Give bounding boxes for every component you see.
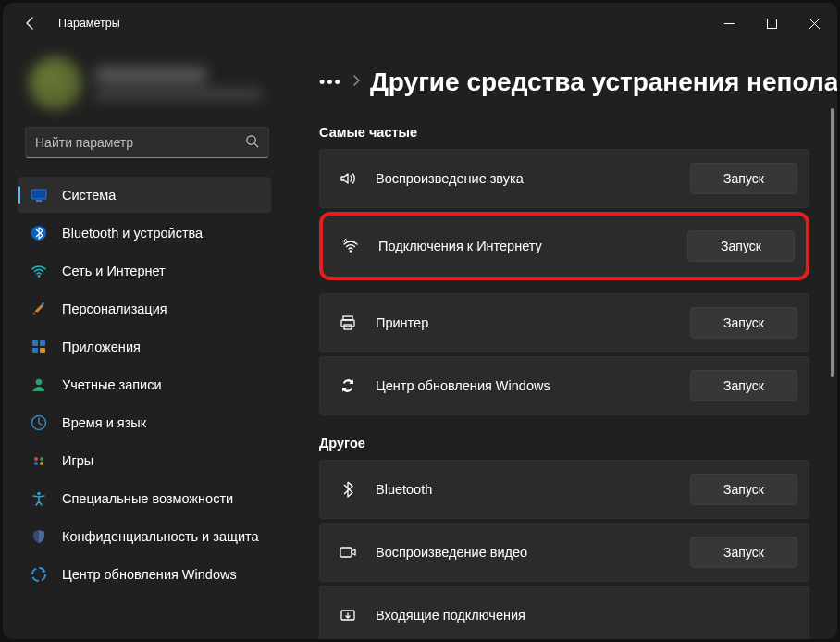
sidebar-item-label: Система <box>62 188 116 203</box>
search-icon <box>245 134 259 152</box>
svg-rect-13 <box>40 348 45 353</box>
troubleshooter-card: Входящие подключения <box>319 586 809 639</box>
svg-rect-1 <box>767 19 776 28</box>
card-label: Центр обновления Windows <box>376 378 673 393</box>
nav-list[interactable]: СистемаBluetooth и устройстваСеть и Инте… <box>8 175 282 639</box>
sidebar-item-label: Специальные возможности <box>62 491 233 506</box>
profile-email <box>95 89 262 100</box>
svg-point-8 <box>38 275 41 278</box>
sidebar-item-bluetooth[interactable]: Bluetooth и устройства <box>18 215 271 251</box>
svg-point-17 <box>40 457 43 461</box>
run-button[interactable]: Запуск <box>690 307 797 339</box>
bluetooth-icon <box>31 225 47 241</box>
sidebar-item-account[interactable]: Учетные записи <box>18 366 271 402</box>
sidebar-item-label: Персонализация <box>62 302 167 316</box>
games-icon <box>31 452 47 469</box>
bt-icon <box>337 480 359 499</box>
minimize-button[interactable] <box>708 9 750 37</box>
system-icon <box>31 187 47 204</box>
titlebar: Параметры <box>3 3 837 43</box>
svg-point-16 <box>34 457 38 461</box>
troubleshooter-card: Центр обновления WindowsЗапуск <box>319 356 809 415</box>
avatar <box>29 56 82 110</box>
svg-rect-26 <box>340 548 352 557</box>
sidebar-item-timelang[interactable]: Время и язык <box>18 404 271 440</box>
sidebar-item-label: Конфиденциальность и защита <box>62 529 259 544</box>
troubleshooter-card: ПринтерЗапуск <box>319 293 809 352</box>
account-icon <box>31 377 47 393</box>
sidebar-item-label: Сеть и Интернет <box>62 264 166 278</box>
run-button[interactable]: Запуск <box>687 230 795 262</box>
section-label: Другое <box>319 436 837 451</box>
svg-point-2 <box>247 135 255 143</box>
svg-rect-4 <box>31 190 46 199</box>
troubleshooter-card: Воспроизведение видеоЗапуск <box>319 523 809 582</box>
sidebar-item-label: Bluetooth и устройства <box>62 226 203 241</box>
run-button[interactable]: Запуск <box>690 537 797 568</box>
card-label: Входящие подключения <box>376 608 797 623</box>
svg-rect-12 <box>32 348 38 353</box>
svg-rect-11 <box>40 340 45 346</box>
svg-rect-6 <box>36 200 42 202</box>
card-label: Bluetooth <box>376 482 673 497</box>
svg-point-19 <box>40 462 43 465</box>
back-button[interactable] <box>16 8 45 38</box>
breadcrumb: ••• Другие средства устранения непола <box>288 43 837 105</box>
sidebar-item-label: Приложения <box>62 340 141 354</box>
troubleshooter-card: Подключения к ИнтернетуЗапуск <box>319 212 809 280</box>
svg-point-20 <box>37 491 41 495</box>
apps-icon <box>31 339 47 355</box>
section-label: Самые частые <box>319 125 837 140</box>
profile-name <box>95 67 206 83</box>
wifi2-icon <box>340 237 362 255</box>
main-panel: ••• Другие средства устранения непола Са… <box>288 43 837 639</box>
page-title: Другие средства устранения непола <box>370 68 837 97</box>
breadcrumb-more-icon[interactable]: ••• <box>319 73 342 93</box>
sidebar-item-label: Учетные записи <box>62 377 162 392</box>
incoming-icon <box>337 606 359 624</box>
sidebar-item-system[interactable]: Система <box>18 177 271 213</box>
run-button[interactable]: Запуск <box>690 474 797 505</box>
sidebar: СистемаBluetooth и устройстваСеть и Инте… <box>3 43 288 639</box>
sidebar-item-privacy[interactable]: Конфиденциальность и защита <box>18 518 271 554</box>
brush-icon <box>31 301 47 317</box>
sidebar-item-wifi[interactable]: Сеть и Интернет <box>18 253 271 289</box>
privacy-icon <box>31 528 47 545</box>
sidebar-item-update[interactable]: Центр обновления Windows <box>18 556 271 592</box>
sidebar-item-brush[interactable]: Персонализация <box>18 290 271 327</box>
svg-point-21 <box>32 568 45 581</box>
scrollbar-thumb[interactable] <box>831 108 834 377</box>
card-label: Принтер <box>376 315 673 330</box>
card-label: Воспроизведение видео <box>376 545 673 560</box>
troubleshooter-card: BluetoothЗапуск <box>319 460 809 519</box>
svg-point-14 <box>36 378 43 385</box>
search-input[interactable] <box>35 135 245 150</box>
svg-point-18 <box>34 462 38 465</box>
scrollbar[interactable] <box>831 108 834 630</box>
run-button[interactable]: Запуск <box>690 163 797 194</box>
svg-line-3 <box>254 143 258 147</box>
speaker-icon <box>337 169 359 188</box>
search-box[interactable] <box>25 127 269 158</box>
sidebar-item-apps[interactable]: Приложения <box>18 328 271 364</box>
update-icon <box>31 566 47 583</box>
timelang-icon <box>31 414 47 431</box>
video-icon <box>337 543 359 562</box>
printer-icon <box>337 314 359 332</box>
card-label: Подключения к Интернету <box>378 239 671 253</box>
sidebar-item-label: Время и язык <box>62 415 146 430</box>
sidebar-item-games[interactable]: Игры <box>18 442 271 478</box>
wifi-icon <box>31 263 47 279</box>
sidebar-item-accessibility[interactable]: Специальные возможности <box>18 480 271 516</box>
profile-block[interactable] <box>8 43 282 127</box>
maximize-button[interactable] <box>750 9 793 37</box>
card-label: Воспроизведение звука <box>376 171 673 186</box>
close-button[interactable] <box>793 9 835 37</box>
window-controls <box>708 9 835 37</box>
sidebar-item-label: Центр обновления Windows <box>62 567 237 582</box>
settings-window: Параметры <box>3 3 837 639</box>
sidebar-item-label: Игры <box>62 453 93 468</box>
window-title: Параметры <box>58 17 120 30</box>
troubleshooter-card: Воспроизведение звукаЗапуск <box>319 149 809 208</box>
run-button[interactable]: Запуск <box>690 370 797 401</box>
